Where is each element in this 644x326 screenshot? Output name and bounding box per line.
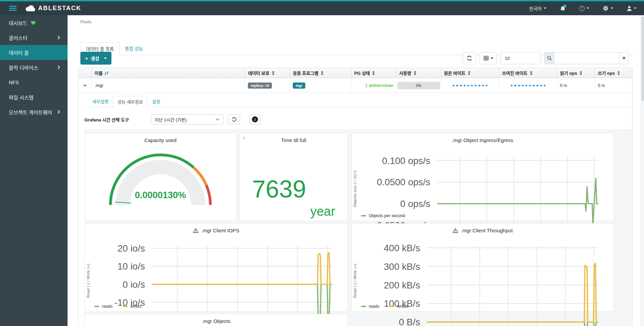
cell-pg-status: 1 active+clean [352,78,396,93]
chevron-down-icon [634,7,637,9]
top-navbar: ABLESTACK 한국어 ? [0,0,644,15]
refresh-icon [467,55,472,61]
tab-configuration[interactable]: 설정 [148,96,164,107]
svg-text:10 io/s: 10 io/s [118,261,145,272]
sort-icon [468,71,470,75]
sidebar-item-nfs[interactable]: NFS [0,75,68,90]
chart-legend: readswrites [361,304,408,309]
column-header-name[interactable]: 이름 [92,68,245,78]
column-header-written-bytes[interactable]: 쓰여진 바이트 [499,68,557,78]
close-icon: × [622,55,625,61]
svg-text:0.0500 ops/s: 0.0500 ops/s [377,177,430,187]
svg-text:0 io/s: 0 io/s [123,279,145,290]
svg-text:0.0000130%: 0.0000130% [135,190,186,200]
cell-usage: 0% [396,78,441,93]
cell-read-ops: 0 /s [557,78,595,93]
protection-badge: replica: ×2 [248,83,272,89]
refresh-button[interactable] [463,52,476,64]
legend-item[interactable]: reads [94,304,112,309]
sidebar-item-dashboard[interactable]: 대시보드 [0,15,68,30]
warning-icon [453,228,458,233]
panel-title: Time till full [240,133,347,145]
scrollbar-thumb[interactable] [641,17,644,101]
sort-icon [617,71,620,75]
main-content: Pools 데이터 풀 목록 통합 성능 + 생성 [68,15,644,326]
capacity-gauge: 0.0000130% [85,147,236,208]
sort-amount-icon [105,71,109,75]
cell-read-bytes [441,78,499,93]
grafana-info-button[interactable]: i [250,114,260,124]
sidebar-item-block-devices[interactable]: 블럭 디바이스 [0,60,68,75]
user-icon [627,6,632,11]
time-range-select[interactable]: 지난 1시간 (기본) [151,114,223,124]
cloud-logo-icon [25,5,35,11]
client-iops-chart: 15:0015:1015:2015:3015:4015:5020 io/s10 … [89,237,344,326]
user-menu[interactable] [627,6,637,11]
panel-title: Capacity used [85,133,236,145]
sort-icon [272,71,275,75]
legend-label: reads [102,304,112,309]
settings-menu[interactable] [603,5,613,11]
reset-time-button[interactable] [228,114,240,124]
sidebar-item-pools[interactable]: 데이터 풀 [0,45,68,60]
menu-toggle-button[interactable] [9,5,17,12]
breadcrumb: Pools [80,19,92,24]
create-button[interactable]: + 생성 [80,52,111,65]
sidebar-item-object-gateway[interactable]: 오브젝트 게이트웨이 [0,104,68,119]
info-icon: i [252,116,258,122]
tab-performance-details[interactable]: 성능 세부정보 [113,96,148,107]
cell-application: mgr [290,78,352,93]
cell-protection: replica: ×2 [245,78,290,93]
table-grid-icon [484,56,489,61]
column-header-protection[interactable]: 데이터 보호 [245,68,290,78]
expand-column-header [78,68,92,78]
column-selector-button[interactable] [480,52,497,64]
search-clear-button[interactable]: × [619,52,629,64]
column-header-read-ops[interactable]: 읽기 ops [557,68,595,78]
search-input[interactable] [554,52,619,64]
language-menu[interactable]: 한국어 [529,5,546,12]
page-size-input[interactable] [500,52,541,64]
chart-legend: readswrites [94,304,141,309]
column-header-usage[interactable]: 사용량 [396,68,441,78]
column-header-write-ops[interactable]: 쓰기 ops [595,68,632,78]
table-toolbar: + 생성 [80,52,629,65]
help-menu[interactable]: ? [579,6,589,11]
legend-item[interactable]: reads [361,304,379,309]
sort-icon [414,71,416,75]
legend-item[interactable]: writes [389,304,408,309]
brand-name: ABLESTACK [38,5,81,12]
chevron-down-icon [83,84,87,87]
chevron-right-icon [57,65,60,69]
usage-bar: 0% [397,82,440,89]
plus-icon: + [85,55,88,61]
svg-text:0 ops/s: 0 ops/s [400,199,430,209]
legend-swatch [94,306,99,307]
svg-text:200 kB/s: 200 kB/s [384,280,420,290]
pools-table: 이름 데이터 보호 응용 프로그램 [78,68,633,326]
notifications-button[interactable] [560,5,566,11]
panel-title: .mgr Object Ingress/Egress [352,133,614,145]
column-header-application[interactable]: 응용 프로그램 [290,68,352,78]
panel-client-throughput: .mgr Client Throughput Read (-) / Write … [351,223,614,312]
app-window: ABLESTACK 한국어 ? [0,0,644,326]
application-badge: mgr [293,83,305,89]
read-bytes-sparkline [451,81,489,90]
time-till-full-stat: 7639 year [240,157,347,221]
table-row[interactable]: .mgr replica: ×2 mgr 1 active+clean 0% [78,78,632,93]
sidebar-item-cluster[interactable]: 클러스터 [0,30,68,45]
svg-text:0.100 ops/s: 0.100 ops/s [382,156,430,166]
warning-icon [193,228,199,233]
row-expand-toggle[interactable] [78,78,92,93]
legend-item[interactable]: writes [123,304,141,309]
chevron-down-icon [104,57,107,59]
sidebar-item-filesystem[interactable]: 파일 시스템 [0,90,68,104]
column-header-pg-status[interactable]: PG 상태 [352,68,396,78]
tab-details[interactable]: 세부설명 [88,96,113,107]
column-header-read-bytes[interactable]: 읽은 바이트 [441,68,499,78]
legend-item[interactable]: Objects per second [361,213,405,218]
table-header-row: 이름 데이터 보호 응용 프로그램 [78,68,632,78]
svg-text:300 kB/s: 300 kB/s [384,261,420,272]
brand-logo[interactable]: ABLESTACK [25,5,81,12]
search-icon-box [544,52,554,64]
